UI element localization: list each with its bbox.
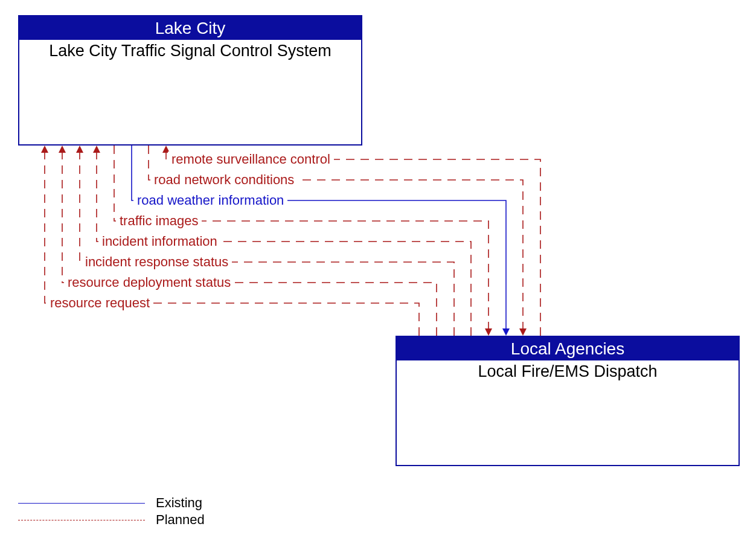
flow-incident-information: incident information [98,234,221,249]
flow-remote-surveillance-control: remote surveillance control [168,152,334,167]
svg-marker-3 [485,328,492,336]
flow-resource-deployment-status: resource deployment status [64,275,234,290]
svg-marker-4 [93,146,100,153]
svg-marker-5 [76,146,83,153]
box-lake-city: Lake City Lake City Traffic Signal Contr… [18,15,362,146]
legend-line-planned [18,520,145,520]
svg-marker-6 [59,146,66,153]
box-lake-city-title: Lake City Traffic Signal Control System [19,40,361,62]
box-local-agencies: Local Agencies Local Fire/EMS Dispatch [396,336,740,466]
box-lake-city-header: Lake City [19,16,361,40]
box-local-agencies-title: Local Fire/EMS Dispatch [397,360,738,382]
flow-traffic-images: traffic images [116,213,202,229]
flow-road-network-conditions: road network conditions [150,172,298,188]
flow-incident-response-status: incident response status [82,254,232,270]
flow-resource-request: resource request [46,295,153,311]
legend-row-existing: Existing [18,495,205,511]
flow-road-weather-information: road weather information [133,193,287,208]
legend: Existing Planned [18,495,205,528]
legend-line-existing [18,503,145,504]
legend-row-planned: Planned [18,511,205,528]
svg-marker-2 [502,328,510,336]
box-local-agencies-header: Local Agencies [397,337,738,360]
svg-marker-1 [519,328,527,336]
legend-label-planned: Planned [156,512,205,528]
svg-marker-7 [41,146,48,153]
legend-label-existing: Existing [156,495,202,511]
